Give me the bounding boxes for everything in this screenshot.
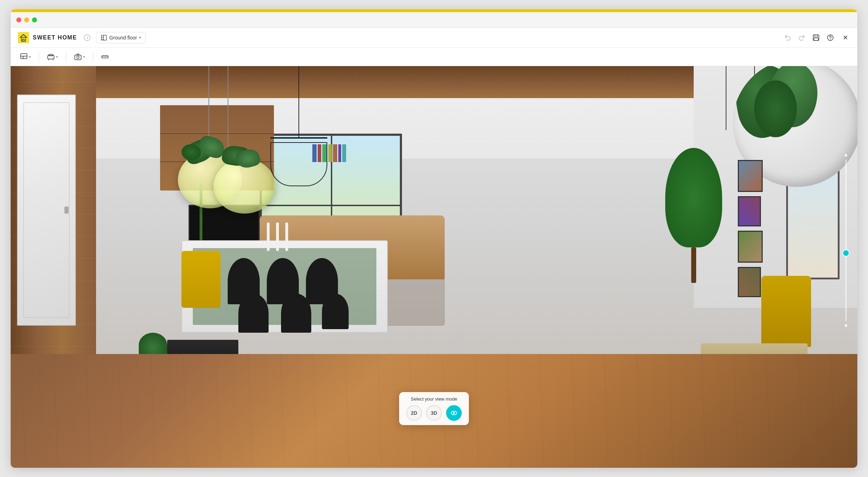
app-window: SWEET HOME i Ground floor ▾ (11, 9, 857, 468)
hang-string-1 (726, 66, 726, 130)
save-button[interactable] (812, 33, 820, 42)
ruler-tool-button[interactable] (97, 51, 112, 63)
os-titlebar (11, 12, 857, 28)
minimize-traffic-light[interactable] (24, 17, 29, 22)
ruler-icon (101, 53, 109, 61)
svg-rect-5 (815, 35, 817, 37)
toolbar-divider-2 (66, 52, 66, 62)
eye-icon (450, 409, 457, 417)
svg-point-25 (453, 412, 455, 414)
undo-button[interactable] (783, 33, 792, 42)
help-button[interactable] (826, 33, 835, 42)
maximize-traffic-light[interactable] (32, 17, 37, 22)
book-item (342, 144, 346, 162)
select-icon (20, 53, 28, 61)
book-item (328, 144, 332, 162)
slider-track (845, 159, 847, 321)
slider-down-arrow[interactable]: ▼ (843, 323, 849, 329)
svg-rect-0 (18, 32, 29, 43)
picture-frame-3 (738, 231, 763, 263)
close-traffic-light[interactable] (16, 17, 21, 22)
camera-icon (74, 53, 82, 61)
shelf-row-1 (160, 133, 274, 134)
menubar-actions: ✕ (783, 33, 850, 43)
title-bar-accent (11, 9, 857, 12)
camera-tool-chevron: ▾ (83, 55, 85, 59)
svg-rect-13 (49, 54, 53, 56)
chevron-down-icon: ▾ (139, 36, 141, 39)
candles (267, 223, 288, 251)
picture-frame-4 (738, 267, 761, 297)
info-icon[interactable]: i (84, 34, 90, 41)
view-mode-2d-button[interactable]: 2D (406, 405, 422, 421)
book-item (333, 144, 337, 162)
door-knob (64, 207, 69, 214)
menubar: SWEET HOME i Ground floor ▾ (11, 28, 857, 48)
svg-point-8 (830, 39, 831, 40)
book-item (338, 144, 341, 162)
3d-viewport[interactable]: ▲ ▼ Select your view mode 2D 3D (11, 66, 857, 468)
view-mode-label: Select your view mode (411, 396, 457, 402)
furniture-tool-chevron: ▾ (56, 55, 58, 59)
toolbar-divider-3 (93, 52, 93, 62)
candle-3 (285, 223, 288, 251)
tree-trunk (691, 247, 696, 283)
select-tool-chevron: ▾ (29, 55, 31, 59)
furniture-icon (47, 53, 55, 61)
furniture-tool-button[interactable]: ▾ (43, 51, 62, 63)
dining-chair-4 (238, 294, 269, 333)
wall-art (736, 159, 786, 300)
house-icon (18, 32, 29, 43)
floor-selector[interactable]: Ground floor ▾ (96, 32, 145, 43)
dining-chair-6 (322, 294, 349, 329)
left-wall (11, 66, 96, 368)
candle-1 (267, 223, 270, 251)
camera-tool-button[interactable]: ▾ (70, 51, 89, 63)
hanging-pot-2 (213, 159, 276, 214)
picture-frame-1 (738, 160, 763, 192)
dining-chair-5 (281, 294, 311, 333)
pendant-lamp (270, 66, 327, 187)
right-pot-leaves-3 (754, 80, 797, 137)
door (17, 95, 76, 326)
svg-rect-6 (814, 38, 818, 41)
app-logo: SWEET HOME (18, 32, 77, 43)
slider-handle[interactable] (842, 250, 850, 257)
picture-frame-2 (738, 196, 761, 226)
toolbar: ▾ ▾ ▾ (11, 48, 857, 66)
svg-point-17 (77, 56, 79, 58)
floor-selector-label: Ground floor (109, 35, 137, 41)
app-title: SWEET HOME (33, 34, 77, 41)
lamp-shade (270, 137, 327, 187)
slider-up-arrow[interactable]: ▲ (843, 151, 849, 158)
camera-height-slider[interactable]: ▲ ▼ (841, 151, 851, 329)
view-mode-buttons: 2D 3D (406, 405, 462, 421)
view-mode-3d-button[interactable]: 3D (426, 405, 442, 421)
close-button[interactable]: ✕ (840, 33, 850, 43)
redo-button[interactable] (798, 33, 806, 42)
lamp-cord (298, 66, 299, 137)
view-mode-popup: Select your view mode 2D 3D (399, 392, 469, 425)
view-mode-virtual-button[interactable] (446, 405, 462, 421)
candle-2 (276, 223, 279, 251)
yellow-chair-1 (181, 251, 221, 308)
select-tool-button[interactable]: ▾ (16, 51, 35, 63)
toolbar-divider-1 (39, 52, 39, 62)
floor-plan-icon (101, 34, 107, 41)
